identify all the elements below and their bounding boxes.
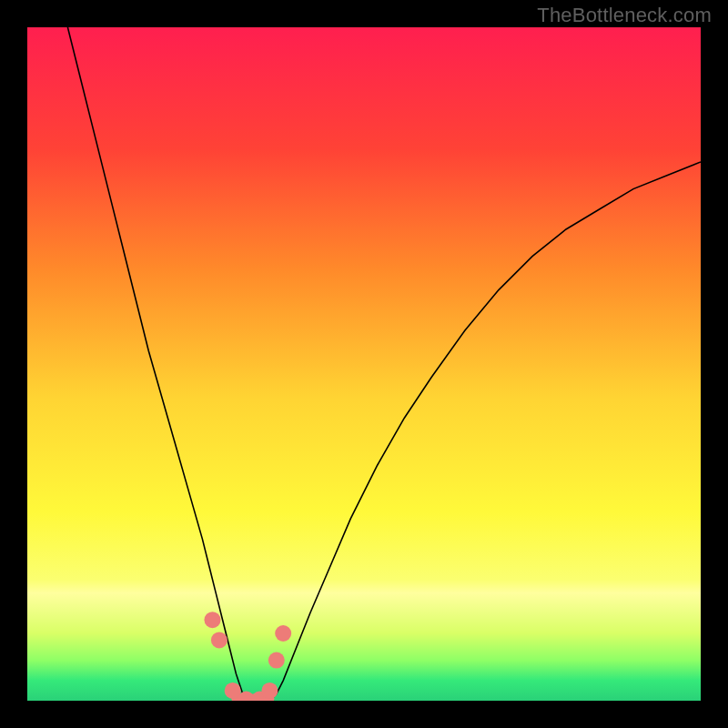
chart-frame: TheBottleneck.com bbox=[0, 0, 728, 728]
watermark-text: TheBottleneck.com bbox=[537, 4, 712, 27]
marker-dot bbox=[205, 612, 221, 628]
gradient-background bbox=[27, 27, 701, 701]
marker-dot bbox=[268, 652, 285, 669]
bottleneck-curve-chart bbox=[27, 27, 701, 701]
marker-dot bbox=[275, 625, 291, 642]
marker-dot bbox=[225, 682, 241, 699]
marker-dot bbox=[261, 682, 278, 699]
marker-dot bbox=[211, 632, 228, 648]
